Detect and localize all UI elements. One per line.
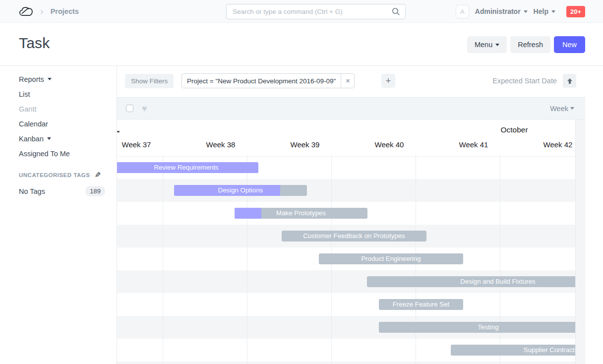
gantt-week-label: Week 37 xyxy=(122,140,151,149)
gantt-bar[interactable]: Review Requirements xyxy=(117,162,258,173)
sort-field-selector[interactable]: Expected Start Date xyxy=(492,77,557,85)
caret-down-icon xyxy=(551,10,555,13)
caret-down-icon xyxy=(48,78,52,80)
gantt-week-label: Week 39 xyxy=(291,140,320,149)
caret-down-icon xyxy=(495,44,499,46)
edit-tags-icon[interactable]: ✎ xyxy=(95,171,101,180)
caret-down-icon xyxy=(570,107,574,110)
navbar: › Projects A Administrator Help 20+ xyxy=(0,0,603,23)
add-filter-button[interactable]: + xyxy=(381,74,395,88)
notifications-badge[interactable]: 20+ xyxy=(566,6,585,17)
sidebar-item-list[interactable]: List xyxy=(19,89,105,99)
app-logo-icon[interactable] xyxy=(19,6,33,17)
navbar-left: › Projects xyxy=(0,6,79,17)
user-menu[interactable]: Administrator xyxy=(475,7,528,15)
filter-row: Show Filters Project = "New Product Deve… xyxy=(117,66,585,97)
sidebar-item-assigned-to-me[interactable]: Assigned To Me xyxy=(19,149,105,158)
tags-section-heading: UNCATEGORISED TAGS ✎ xyxy=(19,171,105,180)
search-icon[interactable] xyxy=(392,7,400,16)
app-window: › Projects A Administrator Help 20+ xyxy=(0,0,603,364)
gantt-week-label: Week 38 xyxy=(206,140,236,149)
gantt-chart: OctoberWeek 37Week 38Week 39Week 40Week … xyxy=(117,120,576,364)
show-filters-button[interactable]: Show Filters xyxy=(125,74,174,88)
gantt-bar[interactable]: Supplier Contracts xyxy=(451,345,576,356)
gantt-week-label: Week 41 xyxy=(459,140,488,149)
sidebar-item-gantt[interactable]: Gantt xyxy=(19,104,105,114)
liked-filter-icon[interactable]: ♥ xyxy=(142,104,147,113)
list-toolbar: ♥ Week xyxy=(117,97,585,120)
gantt-month-label: October xyxy=(500,125,528,134)
gantt-bar[interactable]: Design Options xyxy=(174,185,307,196)
gantt-bar[interactable]: Product Engineering xyxy=(319,253,463,264)
breadcrumb-chevron-icon: › xyxy=(40,6,44,16)
menu-button[interactable]: Menu xyxy=(467,36,507,53)
gantt-row xyxy=(117,293,576,316)
gantt-week-label: Week 42 xyxy=(543,140,573,149)
breadcrumb[interactable]: Projects xyxy=(51,7,79,15)
gantt-header-divider xyxy=(117,156,576,157)
gantt-grid-line xyxy=(163,154,163,364)
gantt-row xyxy=(117,362,576,364)
sidebar-item-no-tags[interactable]: No Tags 189 xyxy=(19,186,105,196)
search-input[interactable] xyxy=(227,8,392,15)
gantt-bar[interactable]: Customer Feedback on Prototypes xyxy=(282,231,426,242)
active-filter-pill[interactable]: Project = "New Product Development 2016-… xyxy=(181,73,355,88)
gantt-bar-label: Design and Build Fixtures xyxy=(367,276,576,287)
view-mode-dropdown[interactable]: Week xyxy=(550,105,574,113)
header-actions: Menu Refresh New xyxy=(467,36,585,53)
caret-down-icon xyxy=(47,137,51,140)
sort-area: Expected Start Date xyxy=(492,74,576,88)
sidebar-item-reports[interactable]: Reports xyxy=(19,74,105,84)
clipped-month-label xyxy=(117,131,120,132)
arrow-up-icon xyxy=(567,78,573,84)
new-button[interactable]: New xyxy=(554,36,585,53)
navbar-right: A Administrator Help 20+ xyxy=(456,0,585,23)
gantt-bar-label: Supplier Contracts xyxy=(451,345,576,356)
gantt-bar-label: Testing xyxy=(379,322,576,333)
caret-down-icon xyxy=(524,10,528,13)
sort-direction-button[interactable] xyxy=(563,74,576,88)
gantt-bar-label: Product Engineering xyxy=(319,253,463,264)
page-title: Task xyxy=(19,35,50,52)
gantt-bar-label: Freeze Feature Set xyxy=(379,299,463,310)
page-header: Task Menu Refresh New xyxy=(0,23,603,66)
gantt-bar[interactable]: Freeze Feature Set xyxy=(379,299,463,310)
refresh-button[interactable]: Refresh xyxy=(510,36,550,53)
gantt-bar-label: Customer Feedback on Prototypes xyxy=(282,231,426,242)
gantt-bar[interactable]: Testing xyxy=(379,322,576,333)
gantt-bar-label: Review Requirements xyxy=(117,162,258,173)
gantt-bar-label: Design Options xyxy=(174,185,307,196)
avatar[interactable]: A xyxy=(456,5,469,18)
remove-filter-icon[interactable]: ✕ xyxy=(341,74,354,88)
gantt-bar-label: Make Prototypes xyxy=(235,208,367,219)
gantt-bar[interactable]: Design and Build Fixtures xyxy=(367,276,576,287)
global-search xyxy=(226,4,406,19)
tag-count-badge: 189 xyxy=(85,186,105,196)
sidebar: Reports List Gantt Calendar Kanban Assig… xyxy=(0,66,117,364)
gantt-area: OctoberWeek 37Week 38Week 39Week 40Week … xyxy=(117,120,585,364)
sidebar-item-kanban[interactable]: Kanban xyxy=(19,134,105,143)
help-menu[interactable]: Help xyxy=(534,7,555,15)
gantt-bar[interactable]: Make Prototypes xyxy=(235,208,367,219)
sidebar-item-calendar[interactable]: Calendar xyxy=(19,119,105,128)
select-all-checkbox[interactable] xyxy=(126,105,133,112)
gantt-week-label: Week 40 xyxy=(375,140,404,149)
